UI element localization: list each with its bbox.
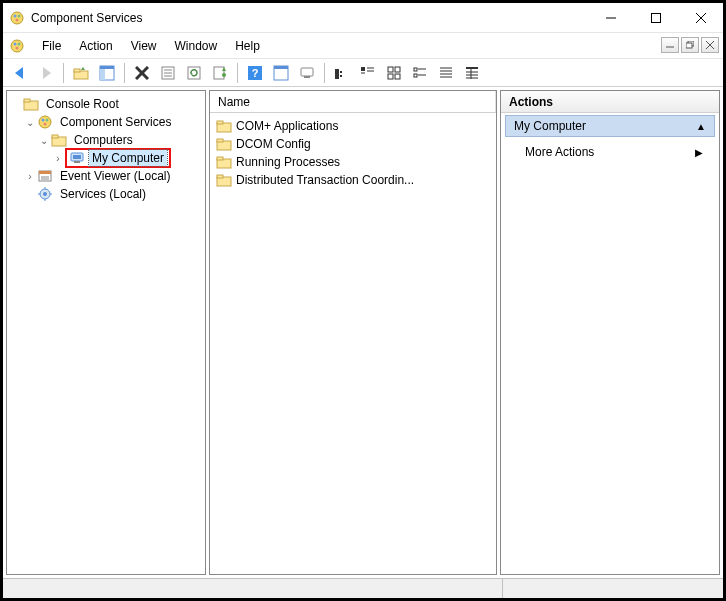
folder-icon xyxy=(216,172,232,188)
mdi-close-button[interactable] xyxy=(701,37,719,53)
view-list-button[interactable] xyxy=(434,61,458,85)
svg-point-3 xyxy=(16,18,19,21)
status-cell xyxy=(3,579,503,598)
folder-icon xyxy=(216,118,232,134)
svg-rect-49 xyxy=(388,67,393,72)
svg-point-82 xyxy=(43,192,47,196)
actions-context-header[interactable]: My Computer ▲ xyxy=(505,115,715,137)
view-status-button[interactable] xyxy=(330,61,354,85)
menu-action[interactable]: Action xyxy=(70,35,121,57)
svg-point-8 xyxy=(11,40,23,52)
svg-rect-5 xyxy=(651,13,660,22)
svg-rect-50 xyxy=(395,67,400,72)
tree-label: Component Services xyxy=(57,114,174,130)
status-bar xyxy=(3,578,723,598)
window-button[interactable] xyxy=(269,61,293,85)
expand-icon[interactable]: › xyxy=(23,171,37,182)
maximize-button[interactable] xyxy=(633,3,678,32)
properties-button[interactable] xyxy=(156,61,180,85)
svg-point-10 xyxy=(18,42,21,45)
list-item[interactable]: COM+ Applications xyxy=(210,117,496,135)
up-folder-button[interactable] xyxy=(69,61,93,85)
column-header-name[interactable]: Name xyxy=(210,91,496,112)
chevron-right-icon: ▶ xyxy=(695,147,703,158)
list-header[interactable]: Name xyxy=(210,91,496,113)
content-area: Console Root ⌄ Component Services ⌄ Comp… xyxy=(3,87,723,578)
tree-label: Computers xyxy=(71,132,136,148)
actions-pane: Actions My Computer ▲ More Actions ▶ xyxy=(500,90,720,575)
delete-button[interactable] xyxy=(130,61,154,85)
list-item[interactable]: DCOM Config xyxy=(210,135,496,153)
mdi-buttons xyxy=(661,37,719,53)
svg-rect-44 xyxy=(340,75,342,77)
svg-point-35 xyxy=(222,73,226,77)
svg-rect-43 xyxy=(340,71,342,73)
computer-button[interactable] xyxy=(295,61,319,85)
show-hide-tree-button[interactable] xyxy=(95,61,119,85)
svg-text:?: ? xyxy=(252,67,259,79)
back-button[interactable] xyxy=(8,61,32,85)
list-view[interactable]: COM+ Applications DCOM Config Running Pr… xyxy=(210,113,496,193)
export-button[interactable] xyxy=(208,61,232,85)
status-cell xyxy=(503,579,723,598)
close-button[interactable] xyxy=(678,3,723,32)
mdi-minimize-button[interactable] xyxy=(661,37,679,53)
svg-point-70 xyxy=(46,119,49,122)
window-buttons xyxy=(588,3,723,32)
help-button[interactable]: ? xyxy=(243,61,267,85)
console-tree[interactable]: Console Root ⌄ Component Services ⌄ Comp… xyxy=(7,91,205,207)
svg-point-69 xyxy=(42,119,45,122)
svg-marker-17 xyxy=(15,67,23,79)
svg-rect-14 xyxy=(686,43,692,48)
expand-icon[interactable]: › xyxy=(51,153,65,164)
tree-label: Event Viewer (Local) xyxy=(57,168,174,184)
svg-rect-41 xyxy=(304,76,310,78)
svg-point-68 xyxy=(39,116,51,128)
svg-marker-18 xyxy=(43,67,51,79)
svg-rect-90 xyxy=(217,139,223,142)
collapse-icon[interactable]: ▲ xyxy=(696,121,706,132)
view-detail-button[interactable] xyxy=(356,61,380,85)
menu-help[interactable]: Help xyxy=(226,35,269,57)
svg-rect-45 xyxy=(361,67,365,71)
component-services-icon xyxy=(37,114,53,130)
menu-file[interactable]: File xyxy=(33,35,70,57)
menu-window[interactable]: Window xyxy=(166,35,227,57)
svg-rect-42 xyxy=(335,69,339,79)
tree-node-services[interactable]: Services (Local) xyxy=(9,185,203,203)
tree-pane: Console Root ⌄ Component Services ⌄ Comp… xyxy=(6,90,206,575)
svg-rect-73 xyxy=(52,135,58,138)
toolbar-separator xyxy=(63,63,64,83)
forward-button[interactable] xyxy=(34,61,58,85)
refresh-button[interactable] xyxy=(182,61,206,85)
list-item-label: Distributed Transaction Coordin... xyxy=(236,173,414,187)
menu-view[interactable]: View xyxy=(122,35,166,57)
actions-context-label: My Computer xyxy=(514,119,586,133)
svg-rect-55 xyxy=(414,74,417,77)
tree-node-event-viewer[interactable]: › Event Viewer (Local) xyxy=(9,167,203,185)
svg-point-2 xyxy=(18,14,21,17)
svg-rect-51 xyxy=(388,74,393,79)
tree-node-component-services[interactable]: ⌄ Component Services xyxy=(9,113,203,131)
tree-label: My Computer xyxy=(89,150,167,166)
actions-pane-header: Actions xyxy=(501,91,719,113)
svg-rect-78 xyxy=(39,171,51,174)
list-item[interactable]: Distributed Transaction Coordin... xyxy=(210,171,496,189)
collapse-icon[interactable]: ⌄ xyxy=(23,117,37,128)
tree-node-console-root[interactable]: Console Root xyxy=(9,95,203,113)
view-small-icons-button[interactable] xyxy=(408,61,432,85)
tree-node-computers[interactable]: ⌄ Computers xyxy=(9,131,203,149)
action-more-actions[interactable]: More Actions ▶ xyxy=(501,141,719,163)
tree-node-my-computer[interactable]: › My Computer xyxy=(9,149,203,167)
svg-rect-31 xyxy=(188,67,200,79)
toolbar-separator xyxy=(324,63,325,83)
view-details-button[interactable] xyxy=(460,61,484,85)
list-pane: Name COM+ Applications DCOM Config Runni… xyxy=(209,90,497,575)
view-large-icons-button[interactable] xyxy=(382,61,406,85)
collapse-icon[interactable]: ⌄ xyxy=(37,135,51,146)
list-item[interactable]: Running Processes xyxy=(210,153,496,171)
minimize-button[interactable] xyxy=(588,3,633,32)
svg-rect-88 xyxy=(217,121,223,124)
mdi-restore-button[interactable] xyxy=(681,37,699,53)
svg-rect-39 xyxy=(274,66,288,69)
